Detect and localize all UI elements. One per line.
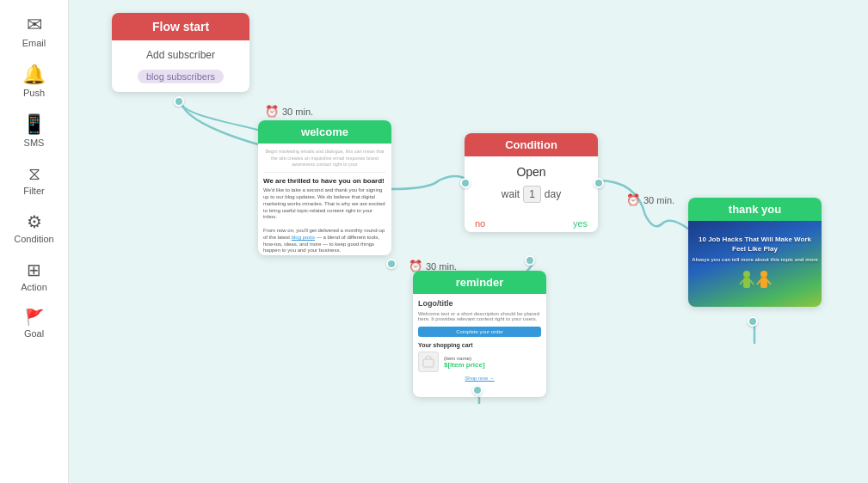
condition-type: Open xyxy=(473,165,589,179)
svg-line-4 xyxy=(750,280,754,284)
welcome-email-body: We'd like to take a second and thank you… xyxy=(263,187,386,255)
cart-box-icon xyxy=(422,356,434,368)
svg-point-5 xyxy=(760,271,767,278)
sidebar-label-action: Action xyxy=(21,282,47,292)
thankyou-header: thank you xyxy=(688,198,822,221)
condition-branches: no yes xyxy=(465,211,598,232)
push-icon: 🔔 xyxy=(22,65,46,84)
timer-text-3: 30 min. xyxy=(643,195,674,205)
blog-link: blog posts xyxy=(292,235,315,240)
sidebar-label-condition: Condition xyxy=(14,234,53,244)
svg-rect-0 xyxy=(423,359,434,367)
goal-icon: 🚩 xyxy=(25,309,44,325)
timer-label-3: ⏰ 30 min. xyxy=(626,193,674,206)
thankyou-img-title: 10 Job Hacks That Will Make Work Feel Li… xyxy=(692,235,818,254)
flow-start-body-label: Add subscriber xyxy=(120,49,241,61)
svg-line-7 xyxy=(757,280,760,284)
condition-body: Open wait 1 day xyxy=(465,156,598,211)
flow-start-node[interactable]: Flow start Add subscriber blog subscribe… xyxy=(112,13,249,92)
svg-rect-6 xyxy=(760,278,767,288)
timer-text-1: 30 min. xyxy=(282,107,313,117)
condition-right-dot xyxy=(594,178,604,188)
email-icon: ✉ xyxy=(27,15,42,34)
thankyou-img-text: 10 Job Hacks That Will Make Work Feel Li… xyxy=(688,231,822,297)
canvas: Flow start Add subscriber blog subscribe… xyxy=(69,0,868,483)
sms-icon: 📱 xyxy=(22,115,46,134)
svg-rect-2 xyxy=(743,278,750,288)
reminder-header: reminder xyxy=(413,271,546,294)
reminder-cart-title: Your shopping cart xyxy=(418,342,541,348)
sidebar: ✉ Email 🔔 Push 📱 SMS ⧖ Filter ⚙ Conditio… xyxy=(0,0,69,483)
condition-node[interactable]: Condition Open wait 1 day no yes xyxy=(465,133,598,232)
branch-no: no xyxy=(475,218,485,229)
welcome-header: welcome xyxy=(258,120,391,144)
wait-unit: day xyxy=(545,188,561,200)
sidebar-item-email[interactable]: ✉ Email xyxy=(0,9,68,55)
wait-num[interactable]: 1 xyxy=(523,186,541,203)
cart-item-image xyxy=(418,352,439,372)
reminder-body: Logo/title Welcome text or a short descr… xyxy=(413,294,546,397)
timer-label-1: ⏰ 30 min. xyxy=(265,105,313,118)
reminder-text: Welcome text or a short description shou… xyxy=(418,311,541,321)
svg-line-3 xyxy=(740,280,743,284)
clock-icon-3: ⏰ xyxy=(626,193,640,206)
cart-item-price: $[item price] xyxy=(444,361,485,369)
sidebar-label-filter: Filter xyxy=(23,186,44,196)
sidebar-item-filter[interactable]: ⧖ Filter xyxy=(0,158,68,203)
flow-start-body: Add subscriber blog subscribers xyxy=(112,40,249,92)
reminder-logo: Logo/title xyxy=(418,299,541,308)
sidebar-label-push: Push xyxy=(23,88,45,98)
flow-start-bottom-dot xyxy=(174,96,184,107)
sidebar-label-sms: SMS xyxy=(24,138,45,148)
svg-point-1 xyxy=(743,271,750,278)
wait-label: wait xyxy=(502,188,520,200)
reminder-btn[interactable]: Complete your order xyxy=(418,327,541,337)
welcome-email-title: We are thrilled to have you on board! xyxy=(263,176,386,186)
condition-icon: ⚙ xyxy=(27,213,42,230)
condition-header: Condition xyxy=(465,133,598,156)
flow-start-header: Flow start xyxy=(112,13,249,40)
sidebar-item-push[interactable]: 🔔 Push xyxy=(0,58,68,105)
thankyou-img-subtext: Always you can tell more about this topi… xyxy=(692,257,818,264)
sidebar-item-goal[interactable]: 🚩 Goal xyxy=(0,303,68,345)
reminder-shop-link[interactable]: Shop now → xyxy=(418,376,541,381)
condition-left-dot xyxy=(460,178,471,188)
sidebar-label-goal: Goal xyxy=(24,328,44,339)
sidebar-label-email: Email xyxy=(22,38,46,48)
sidebar-item-action[interactable]: ⊞ Action xyxy=(0,254,68,299)
flow-start-tag: blog subscribers xyxy=(138,70,224,83)
thankyou-illustration xyxy=(692,267,818,293)
timer-text-2: 30 min. xyxy=(426,261,457,272)
thankyou-image: 10 Job Hacks That Will Make Work Feel Li… xyxy=(688,221,822,307)
action-icon: ⊞ xyxy=(27,261,41,278)
thankyou-node[interactable]: thank you 10 Job Hacks That Will Make Wo… xyxy=(688,198,822,307)
welcome-preview-text: Begin marketing emails and dialogue, thi… xyxy=(263,149,386,173)
condition-bottom-dot xyxy=(525,255,535,266)
sidebar-item-condition[interactable]: ⚙ Condition xyxy=(0,206,68,251)
welcome-body: Begin marketing emails and dialogue, thi… xyxy=(258,144,391,255)
filter-icon: ⧖ xyxy=(28,165,40,182)
welcome-node[interactable]: welcome Begin marketing emails and dialo… xyxy=(258,120,391,255)
branch-yes: yes xyxy=(573,218,588,229)
thankyou-bottom-dot xyxy=(748,316,758,327)
svg-line-8 xyxy=(767,280,771,284)
clock-icon-1: ⏰ xyxy=(265,105,279,118)
condition-wait: wait 1 day xyxy=(473,186,589,203)
reminder-node[interactable]: reminder Logo/title Welcome text or a sh… xyxy=(413,271,546,397)
cart-item-details: (item name) $[item price] xyxy=(444,356,485,369)
reminder-bottom-dot xyxy=(472,385,483,395)
welcome-right-dot xyxy=(386,259,397,269)
sidebar-item-sms[interactable]: 📱 SMS xyxy=(0,108,68,155)
